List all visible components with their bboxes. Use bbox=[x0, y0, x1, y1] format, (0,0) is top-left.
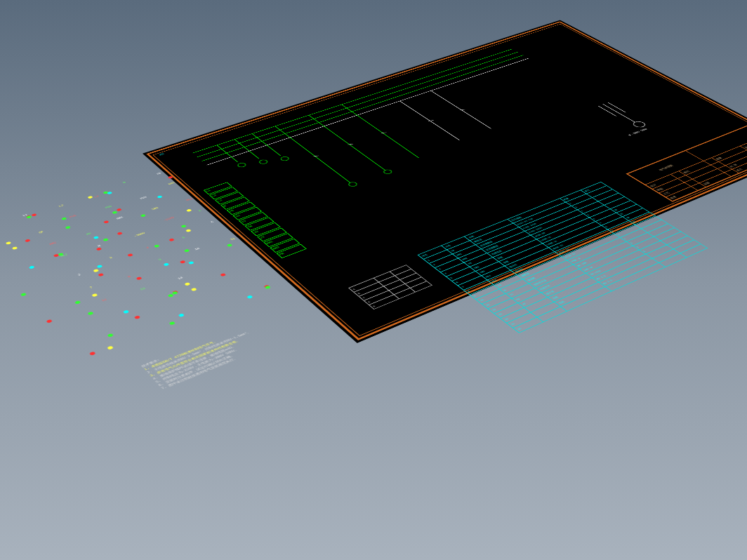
drawing-plane: A3 L1L2L3NPE1U1V1W2U2VKM1KM2FR bbox=[143, 20, 747, 343]
title-block-cell: 审核 bbox=[652, 178, 685, 193]
annotation-marker bbox=[227, 244, 233, 247]
annotation-marker bbox=[5, 241, 11, 245]
annotation-marker bbox=[154, 244, 160, 248]
annotation-marker bbox=[178, 313, 185, 317]
annotation-marker bbox=[26, 215, 32, 218]
annotation-marker bbox=[123, 309, 129, 314]
annotation-tag: 9 bbox=[157, 258, 161, 261]
annotation-tag: 10 bbox=[194, 247, 200, 251]
annotation-marker bbox=[88, 196, 93, 199]
contactor-coil bbox=[347, 181, 359, 187]
annotation-marker bbox=[25, 239, 31, 242]
annotation-marker bbox=[191, 288, 197, 292]
title-block-cell: 工艺 bbox=[659, 182, 691, 197]
annotation-tag: HL2 bbox=[60, 253, 68, 258]
title-block-cell bbox=[724, 169, 739, 176]
annotation-tag: KM1 bbox=[168, 181, 176, 185]
title-block-cell bbox=[670, 171, 685, 178]
annotation-marker bbox=[116, 208, 122, 212]
annotation-tag: 11 bbox=[230, 237, 236, 241]
title-block-cell: 设计 bbox=[645, 175, 677, 189]
annotation-marker bbox=[53, 253, 60, 257]
indicator-lamp bbox=[279, 156, 290, 161]
indicator-lamp bbox=[258, 159, 269, 164]
annotation-marker bbox=[103, 191, 108, 194]
annotation-tag: FU3 bbox=[140, 196, 147, 199]
title-block-cell bbox=[692, 168, 724, 182]
annotation-tag: 6 bbox=[210, 220, 214, 223]
annotation-marker bbox=[127, 253, 133, 257]
annotation-marker bbox=[112, 211, 118, 215]
annotation-marker bbox=[93, 269, 99, 272]
annotation-marker bbox=[172, 291, 178, 295]
annotation-marker bbox=[95, 248, 102, 251]
annotation-tag: FR bbox=[86, 232, 92, 236]
annotation-marker bbox=[171, 291, 178, 295]
cad-3d-viewport[interactable]: A3 L1L2L3NPE1U1V1W2U2VKM1KM2FR bbox=[0, 0, 747, 560]
title-block-cell bbox=[677, 175, 692, 182]
annotation-marker bbox=[220, 273, 226, 276]
annotation-marker bbox=[185, 208, 192, 212]
annotation-tag: 4 bbox=[145, 246, 150, 249]
annotation-marker bbox=[31, 213, 37, 217]
annotation-marker bbox=[265, 286, 271, 289]
annotation-marker bbox=[180, 225, 187, 228]
annotation-tag: PE bbox=[156, 172, 161, 175]
annotation-tag: L3 bbox=[93, 195, 99, 199]
annotation-marker bbox=[168, 239, 175, 242]
indicator-lamp bbox=[236, 162, 247, 168]
annotation-marker bbox=[169, 321, 176, 326]
annotation-marker bbox=[20, 293, 27, 297]
annotation-tag: SB2 bbox=[151, 206, 159, 211]
title-block-cell bbox=[685, 179, 700, 187]
annotation-tag: FU2 bbox=[105, 205, 112, 209]
contactor-coil bbox=[382, 168, 394, 175]
annotation-tag: N bbox=[122, 181, 126, 183]
annotation-marker bbox=[185, 229, 192, 232]
annotation-marker bbox=[97, 265, 103, 268]
annotation-marker bbox=[87, 312, 93, 316]
annotation-marker bbox=[65, 225, 72, 229]
annotation-tag: M bbox=[97, 244, 101, 247]
annotation-tag: KM2 bbox=[48, 241, 57, 246]
annotation-marker bbox=[11, 246, 18, 250]
annotation-marker bbox=[103, 238, 109, 241]
annotation-marker bbox=[140, 214, 146, 218]
annotation-marker bbox=[92, 293, 98, 298]
annotation-tag: L1 bbox=[22, 213, 29, 217]
annotation-tag: FU1 bbox=[69, 214, 77, 218]
annotation-marker bbox=[246, 295, 253, 300]
annotation-tag: L2 bbox=[58, 204, 64, 208]
annotation-tag: 13 bbox=[139, 287, 145, 291]
annotation-tag: 1 bbox=[197, 209, 201, 212]
annotation-tag: 2 bbox=[77, 273, 81, 276]
annotation-marker bbox=[157, 195, 162, 199]
annotation-marker bbox=[184, 248, 190, 252]
annotation-marker bbox=[29, 265, 35, 269]
annotation-tag: 5 bbox=[181, 236, 185, 239]
annotation-marker bbox=[26, 215, 32, 219]
annotation-marker bbox=[107, 333, 114, 338]
annotation-marker bbox=[74, 300, 81, 305]
annotation-marker bbox=[93, 236, 100, 239]
annotation-marker bbox=[184, 282, 190, 286]
annotation-tag: SB1 bbox=[116, 216, 124, 220]
annotation-tag: 3 bbox=[109, 256, 113, 259]
annotation-marker bbox=[163, 262, 169, 266]
annotation-marker bbox=[180, 260, 186, 264]
annotation-tag: 7 bbox=[88, 286, 93, 288]
annotation-tag: ~220V bbox=[163, 216, 175, 222]
annotation-marker bbox=[58, 253, 64, 256]
annotation-marker bbox=[107, 192, 112, 194]
annotation-marker bbox=[61, 217, 67, 220]
annotation-tag: QF bbox=[38, 230, 44, 234]
annotation-marker bbox=[135, 276, 142, 280]
annotation-marker bbox=[107, 345, 114, 349]
title-block-cell bbox=[691, 183, 706, 191]
title-block-cell: 批准 bbox=[666, 187, 698, 201]
annotation-marker bbox=[263, 285, 270, 288]
annotation-marker bbox=[134, 315, 141, 319]
annotation-marker bbox=[104, 220, 110, 224]
annotation-marker bbox=[117, 232, 123, 235]
annotation-marker bbox=[46, 319, 53, 324]
